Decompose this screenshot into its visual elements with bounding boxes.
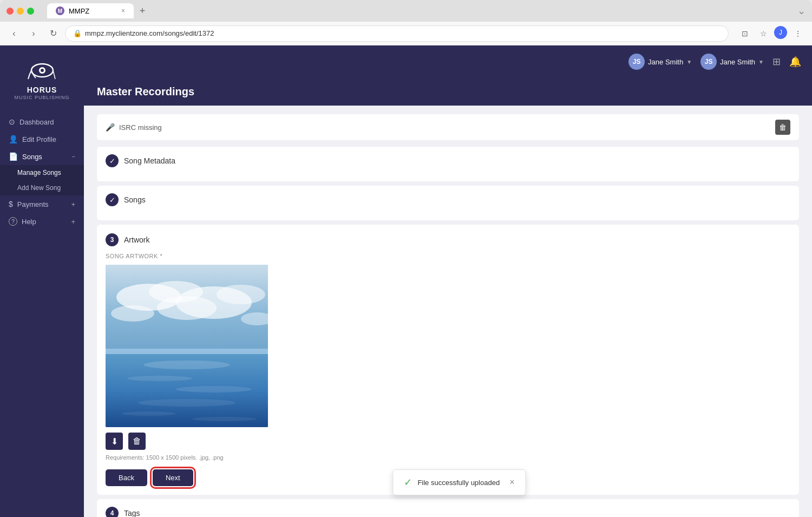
artwork-actions: ⬇ 🗑 xyxy=(106,433,790,450)
mic-icon: 🎤 xyxy=(106,123,115,132)
artwork-label: SONG ARTWORK * xyxy=(106,253,790,259)
step-tags-header: 4 Tags xyxy=(106,507,790,517)
maximize-dot[interactable] xyxy=(27,8,34,15)
bell-icon[interactable]: 🔔 xyxy=(789,56,801,68)
payments-icon: $ xyxy=(9,200,13,208)
url-text: mmpz.myclientzone.com/songs/edit/1372 xyxy=(85,29,214,37)
minimize-dot[interactable] xyxy=(17,8,24,15)
svg-point-16 xyxy=(138,399,235,407)
menu-icon[interactable]: ⋮ xyxy=(790,26,806,41)
step-songs: ✓ Songs xyxy=(97,186,799,220)
step-songs-header: ✓ Songs xyxy=(106,193,790,206)
step3-number: 3 xyxy=(106,233,119,246)
step2-check-icon: ✓ xyxy=(106,193,119,206)
svg-point-9 xyxy=(157,296,217,320)
sidebar-songs-label: Songs xyxy=(22,153,68,161)
user2-name: Jane Smith xyxy=(720,58,755,66)
artwork-delete-button[interactable]: 🗑 xyxy=(128,433,146,450)
content-body: 🎤 ISRC missing 🗑 ✓ Song Metadata xyxy=(84,106,812,517)
svg-point-2 xyxy=(41,69,44,72)
step-song-metadata: ✓ Song Metadata xyxy=(97,147,799,181)
svg-point-8 xyxy=(111,305,154,322)
edit-profile-icon: 👤 xyxy=(9,135,18,143)
sidebar-item-help[interactable]: ? Help + xyxy=(0,213,84,230)
page-header: Master Recordings xyxy=(84,78,812,106)
step4-number: 4 xyxy=(106,507,119,517)
sidebar-logo: HORUS MUSIC PUBLISHING xyxy=(0,54,84,113)
tab-favicon: M xyxy=(56,6,64,15)
tab-close-icon[interactable]: × xyxy=(121,7,125,15)
forward-nav-button[interactable]: › xyxy=(26,26,41,41)
close-dot[interactable] xyxy=(6,8,14,15)
user1-name: Jane Smith xyxy=(648,58,683,66)
user2-chevron-icon: ▼ xyxy=(758,59,764,65)
grid-icon[interactable]: ⊞ xyxy=(772,56,781,68)
svg-point-7 xyxy=(217,285,265,304)
step-artwork: 3 Artwork SONG ARTWORK * xyxy=(97,225,799,495)
songs-icon: 📄 xyxy=(9,152,18,161)
svg-point-17 xyxy=(122,411,176,416)
help-icon: ? xyxy=(9,217,17,226)
sidebar-subitem-manage-songs[interactable]: Manage Songs xyxy=(0,165,84,180)
sidebar-item-songs[interactable]: 📄 Songs − xyxy=(0,148,84,165)
header-user1[interactable]: JS Jane Smith ▼ xyxy=(628,54,692,70)
main-area: JS Jane Smith ▼ JS Jane Smith ▼ ⊞ 🔔 xyxy=(84,45,812,517)
next-button[interactable]: Next xyxy=(153,469,193,486)
step3-title: Artwork xyxy=(124,235,149,244)
user2-avatar: JS xyxy=(700,54,717,70)
user1-chevron-icon: ▼ xyxy=(686,59,692,65)
sidebar: HORUS MUSIC PUBLISHING ⊙ Dashboard 👤 Edi… xyxy=(0,45,84,517)
artwork-image-container xyxy=(106,265,268,427)
tab-title: MMPZ xyxy=(69,7,89,15)
app-header: JS Jane Smith ▼ JS Jane Smith ▼ ⊞ 🔔 xyxy=(84,45,812,78)
payments-plus-icon: + xyxy=(71,200,75,208)
step1-check-icon: ✓ xyxy=(106,154,119,167)
toast-check-icon: ✓ xyxy=(404,476,412,488)
success-toast: ✓ File successfully uploaded × xyxy=(392,469,526,495)
sidebar-item-edit-profile[interactable]: 👤 Edit Profile xyxy=(0,130,84,148)
reload-button[interactable]: ↻ xyxy=(45,26,61,41)
cast-icon[interactable]: ⊡ xyxy=(737,26,752,41)
artwork-svg xyxy=(106,265,268,427)
bookmark-icon[interactable]: ☆ xyxy=(756,26,771,41)
svg-point-13 xyxy=(143,361,230,369)
sidebar-payments-label: Payments xyxy=(17,200,67,208)
back-button[interactable]: Back xyxy=(106,469,147,486)
step-tags: 4 Tags xyxy=(97,499,799,517)
back-nav-button[interactable]: ‹ xyxy=(6,26,22,41)
isrc-bar: 🎤 ISRC missing 🗑 xyxy=(97,114,799,140)
svg-point-15 xyxy=(176,386,252,392)
profile-icon[interactable]: J xyxy=(774,26,787,39)
step-metadata-header: ✓ Song Metadata xyxy=(106,154,790,167)
header-user2[interactable]: JS Jane Smith ▼ xyxy=(700,54,764,70)
sidebar-item-dashboard[interactable]: ⊙ Dashboard xyxy=(0,113,84,130)
isrc-delete-button[interactable]: 🗑 xyxy=(775,120,790,135)
page-title: Master Recordings xyxy=(97,86,799,98)
new-tab-button[interactable]: + xyxy=(136,4,149,17)
isrc-text: 🎤 ISRC missing xyxy=(106,123,162,132)
toast-close-button[interactable]: × xyxy=(509,477,514,487)
logo-text: HORUS xyxy=(27,86,57,94)
step2-title: Songs xyxy=(124,195,146,204)
artwork-requirements: Requirements: 1500 x 1500 pixels. .jpg, … xyxy=(106,454,790,461)
step-artwork-header: 3 Artwork xyxy=(106,233,790,246)
artwork-download-button[interactable]: ⬇ xyxy=(106,433,123,450)
sidebar-edit-profile-label: Edit Profile xyxy=(22,135,75,143)
svg-point-18 xyxy=(192,417,257,421)
help-plus-icon: + xyxy=(71,218,75,226)
user1-avatar: JS xyxy=(628,54,645,70)
sidebar-navigation: ⊙ Dashboard 👤 Edit Profile 📄 Songs − Man… xyxy=(0,113,84,517)
sidebar-subitem-add-new-song[interactable]: Add New Song xyxy=(0,180,84,195)
sidebar-help-label: Help xyxy=(22,218,67,226)
active-tab[interactable]: M MMPZ × xyxy=(47,3,134,18)
sidebar-item-payments[interactable]: $ Payments + xyxy=(0,195,84,213)
url-bar[interactable]: 🔒 mmpz.myclientzone.com/songs/edit/1372 xyxy=(65,25,729,42)
sidebar-dashboard-label: Dashboard xyxy=(19,118,75,126)
step4-title: Tags xyxy=(124,509,140,517)
step1-title: Song Metadata xyxy=(124,156,175,165)
songs-toggle-icon: − xyxy=(72,153,75,160)
dashboard-icon: ⊙ xyxy=(9,117,15,126)
svg-point-14 xyxy=(127,376,192,381)
artwork-image xyxy=(106,265,268,427)
browser-expand-icon[interactable]: ⌄ xyxy=(797,5,806,17)
